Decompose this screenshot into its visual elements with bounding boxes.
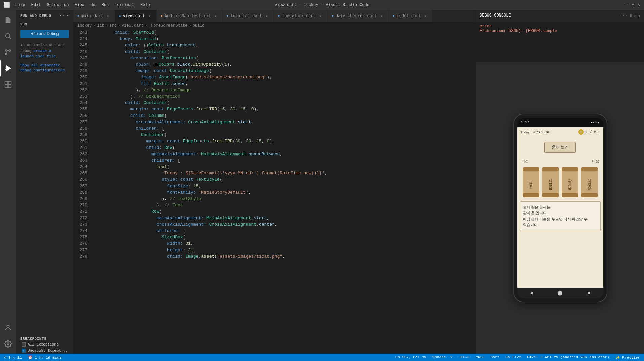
menu-selection[interactable]: Selection [44,2,72,8]
tab-close-tutorial[interactable]: ✕ [264,13,269,19]
status-device[interactable]: Pixel 3 API 29 (android x86 emulator) [526,355,610,359]
tab-main-dart[interactable]: ● main.dart ✕ [73,10,115,22]
bp-all-checkbox[interactable] [22,342,26,347]
status-language[interactable]: Dart [489,355,501,359]
tab-tutorial-dart[interactable]: ● tutorial.dart ✕ [223,10,274,22]
main-layout: RUN AND DEBUG ··· RUN Run and Debug To c… [0,10,644,354]
maximize-button[interactable]: ◻ [632,3,634,8]
run-and-debug-button[interactable]: Run and Debug [20,30,69,38]
scroll-cap-top-1 [523,167,539,171]
debug-icon[interactable] [0,60,16,76]
scroll-item-4[interactable]: 예정운 [581,167,598,197]
breadcrumb-homescreenstate[interactable]: _HomeScreenState [149,23,187,28]
menu-run[interactable]: Run [99,2,112,8]
tab-view-dart[interactable]: ● view.dart ✕ [115,10,157,22]
status-golive[interactable]: Go Live [504,355,522,359]
phone-preview: 5:17 ▲▼ ⊘ ▮ Today : 2023.06.20 ● 1 / 5 [476,62,644,354]
code-line-252: ), // DecorationImage [99,87,476,93]
tab-androidmanifest[interactable]: ● AndroidManifest.xml ✕ [157,10,223,22]
git-icon[interactable] [0,44,16,60]
tab-model-dart[interactable]: ● model.dart ✕ [388,10,432,22]
breadcrumb-viewdart[interactable]: view.dart [122,23,144,28]
line-number-267: 267 [73,183,87,189]
menu-bar[interactable]: File Edit Selection View Go Run Terminal… [13,2,153,8]
phone-next[interactable]: 다음 [592,159,599,164]
code-line-263: children: [ [99,157,476,164]
code-area[interactable]: child: Scaffold( body: Material( color: … [96,29,476,354]
menu-terminal[interactable]: Terminal [112,2,137,8]
sidebar-actions[interactable]: ··· [59,13,69,19]
breadcrumb-build[interactable]: build [192,23,204,28]
tab-close-view[interactable]: ✕ [147,13,152,19]
breadcrumb-src[interactable]: src [109,23,117,28]
breadcrumb-lib[interactable]: lib [97,23,104,28]
tabs-bar: ● main.dart ✕ ● view.dart ✕ ● AndroidMan… [73,10,476,22]
code-line-249: image: const DecorationImage( [99,68,476,74]
breakpoint-uncaught[interactable]: Uncaught Except... [16,348,73,354]
console-action-4[interactable]: ✕ [638,13,641,19]
status-spaces[interactable]: Spaces: 2 [431,355,454,359]
phone-nav-home[interactable]: ⬤ [557,290,563,296]
status-git[interactable]: ⚙ 0 △ 11 [3,355,23,360]
menu-view[interactable]: View [72,2,87,8]
scroll-item-3[interactable]: 관계을 [562,167,578,197]
app-icon: ⬜ [3,2,10,8]
tab-close-date[interactable]: ✕ [379,13,384,19]
scroll-item-2[interactable]: 재물을 [542,167,559,197]
breakpoint-all-exceptions[interactable]: All Exceptions [16,341,73,348]
tab-moneyluck-dart[interactable]: ● moneyluck.dart ✕ [274,10,328,22]
window-controls[interactable]: ─ ◻ ✕ [625,3,641,8]
scroll-item-1[interactable]: 통운 [523,167,539,197]
line-number-246: 246 [73,48,87,55]
console-action-3[interactable]: ◁ [634,13,636,19]
phone-prev[interactable]: 이전 [521,159,529,164]
console-action-2[interactable]: ≡ [629,13,632,18]
tab-close-android[interactable]: ✕ [213,13,218,19]
phone-nav-back[interactable]: ◀ [528,290,535,296]
line-number-274: 274 [73,228,87,234]
svg-marker-5 [6,66,11,71]
menu-file[interactable]: File [13,2,28,8]
status-timer[interactable]: ⏰ 1 hr 19 mins [27,355,63,360]
tab-date-checker[interactable]: ● date_checker.dart ✕ [328,10,388,22]
settings-icon[interactable] [0,336,16,352]
phone-nav-recent[interactable]: ■ [585,290,592,296]
line-number-263: 263 [73,157,87,164]
breadcrumb-luckey[interactable]: luckey [77,23,92,28]
menu-edit[interactable]: Edit [29,2,44,8]
explorer-icon[interactable] [0,12,16,28]
line-number-265: 265 [73,170,87,176]
status-bar: ⚙ 0 △ 11 ⏰ 1 hr 19 mins Ln 567, Col 39 S… [0,354,644,361]
status-prettier[interactable]: ✨ Prettier [614,355,641,360]
line-number-257: 257 [73,119,87,125]
search-icon[interactable] [0,28,16,44]
debug-console-tab[interactable]: DEBUG CONSOLE [480,13,511,19]
fortune-button[interactable]: 운세 보기 [544,142,576,153]
console-action-1[interactable]: ··· [620,13,628,18]
status-eol[interactable]: CRLF [474,355,486,359]
close-button[interactable]: ✕ [638,3,641,8]
bp-uncaught-checkbox[interactable] [22,349,26,353]
svg-point-0 [6,34,10,38]
status-position[interactable]: Ln 567, Col 39 [394,355,427,359]
title-bar-left: ⬜ File Edit Selection View Go Run Termin… [3,2,153,8]
line-number-247: 247 [73,55,87,61]
code-line-260: margin: const EdgeInsets.fromLTRB(30, 30… [99,138,476,144]
line-number-276: 276 [73,240,87,247]
scroll-cap-bottom-2 [542,193,559,197]
editor-content[interactable]: 2432442452462472482492502512522532542552… [73,29,476,354]
code-line-270: ), // Text [99,202,476,208]
status-encoding[interactable]: UTF-8 [457,355,471,359]
menu-help[interactable]: Help [138,2,153,8]
minimize-button[interactable]: ─ [625,3,628,7]
tab-close-moneyluck[interactable]: ✕ [318,13,323,19]
phone-add-icon[interactable]: + [598,130,600,134]
show-all-link[interactable]: Show all automatic debug configurations. [16,61,73,74]
tab-close-model[interactable]: ✕ [423,13,428,19]
extensions-icon[interactable] [0,76,16,93]
account-icon[interactable] [0,320,16,336]
tab-close-main[interactable]: ✕ [105,13,111,19]
svg-rect-11 [8,85,11,88]
menu-go[interactable]: Go [88,2,98,8]
code-line-246: child: Container( [99,48,476,55]
